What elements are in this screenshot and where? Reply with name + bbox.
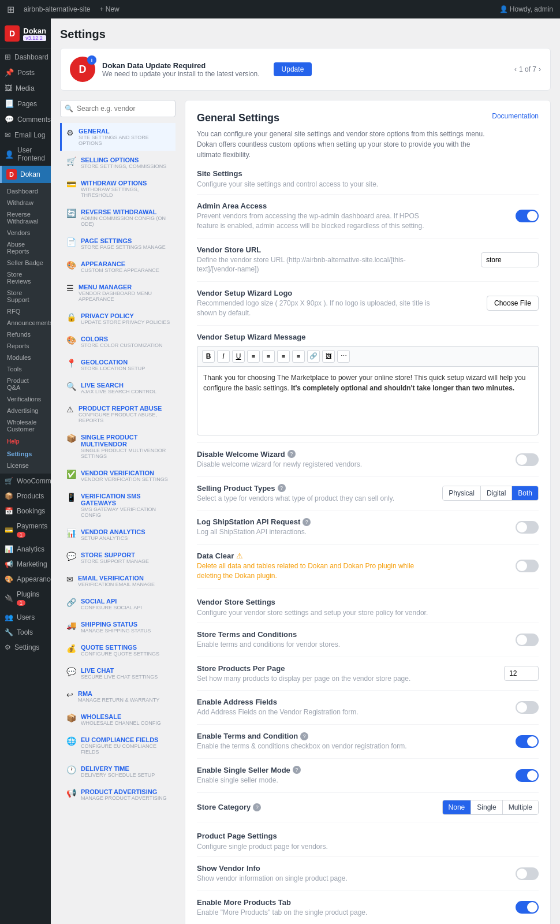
sidebar-item-plugins[interactable]: 🔌Plugins 1 — [0, 587, 51, 610]
settings-menu-shipping[interactable]: 🚚 SHIPPING STATUS MANAGE SHIPPING STATUS — [60, 616, 176, 638]
address-fields-toggle[interactable] — [516, 701, 539, 714]
editor-align-right-btn[interactable]: ≡ — [277, 350, 290, 363]
admin-area-toggle[interactable] — [516, 210, 539, 222]
settings-menu-email-verification[interactable]: ✉ EMAIL VERIFICATION VERIFICATION EMAIL … — [60, 570, 176, 592]
dokan-sub-product-qa[interactable]: Product Q&A — [0, 375, 51, 393]
single-seller-toggle[interactable] — [516, 769, 539, 782]
dokan-sub-modules[interactable]: Modules — [0, 352, 51, 363]
dokan-sub-abuse-reports[interactable]: Abuse Reports — [0, 239, 51, 257]
editor-content-area[interactable]: Thank you for choosing The Marketplace t… — [197, 366, 539, 435]
settings-menu-eu[interactable]: 🌐 EU COMPLIANCE FIELDS CONFIGURE EU COMP… — [60, 732, 176, 759]
settings-menu-store-support[interactable]: 💬 STORE SUPPORT STORE SUPPORT MANAGE — [60, 547, 176, 569]
dokan-sub-reverse-withdrawal[interactable]: Reverse Withdrawal — [0, 208, 51, 227]
chevron-right-icon[interactable]: › — [539, 65, 541, 73]
products-per-page-input[interactable] — [504, 666, 539, 681]
settings-menu-selling[interactable]: 🛒 SELLING OPTIONS STORE SETTINGS, COMMIS… — [60, 152, 176, 174]
settings-menu-appearance[interactable]: 🎨 APPEARANCE CUSTOM STORE APPEARANCE — [60, 256, 176, 278]
sidebar-item-tools[interactable]: 🔧Tools — [0, 625, 51, 640]
settings-menu-sms[interactable]: 📱 VERIFICATION SMS GATEWAYS SMS GATEWAY … — [60, 488, 176, 523]
dokan-sub-tools[interactable]: Tools — [0, 363, 51, 375]
settings-menu-general[interactable]: ⚙ GENERAL SITE SETTINGS AND STORE OPTION… — [60, 123, 176, 151]
settings-menu-menu-manager[interactable]: ☰ MENU MANAGER VENDOR DASHBOARD MENU APP… — [60, 279, 176, 307]
dokan-sub-rfq[interactable]: RFQ — [0, 305, 51, 317]
settings-menu-live-search[interactable]: 🔍 LIVE SEARCH AJAX LIVE SEARCH CONTROL — [60, 377, 176, 399]
settings-menu-product-report[interactable]: ⚠ PRODUCT REPORT ABUSE CONFIGURE PRODUCT… — [60, 400, 176, 428]
sidebar-item-woocommerce[interactable]: 🛒WooCommerce — [0, 474, 51, 489]
dokan-sub-announcements[interactable]: Announcements — [0, 317, 51, 329]
settings-menu-single-product[interactable]: 📦 SINGLE PRODUCT MULTIVENDOR SINGLE PROD… — [60, 429, 176, 464]
dokan-sub-advertising[interactable]: Advertising — [0, 405, 51, 416]
dokan-sub-verifications[interactable]: Verifications — [0, 393, 51, 405]
settings-menu-rma[interactable]: ↩ RMA MANAGE RETURN & WARRANTY — [60, 685, 176, 707]
data-clear-toggle[interactable] — [516, 560, 539, 572]
both-btn[interactable]: Both — [512, 486, 538, 500]
digital-btn[interactable]: Digital — [480, 486, 512, 500]
sidebar-item-users[interactable]: 👥Users — [0, 610, 51, 625]
sidebar-item-posts[interactable]: 📌Posts — [0, 65, 51, 80]
new-item[interactable]: + New — [99, 5, 119, 13]
settings-menu-reverse[interactable]: 🔄 REVERSE WITHDRAWAL ADMIN COMMISSION CO… — [60, 204, 176, 232]
settings-menu-withdraw[interactable]: 💳 WITHDRAW OPTIONS WITHDRAW SETTINGS, TH… — [60, 175, 176, 203]
editor-more-btn[interactable]: ⋯ — [337, 350, 350, 363]
shipstation-toggle[interactable] — [516, 521, 539, 534]
dokan-sub-withdraw[interactable]: Withdraw — [0, 197, 51, 208]
sidebar-item-marketing[interactable]: 📢Marketing — [0, 557, 51, 572]
dokan-sub-license[interactable]: License — [0, 460, 51, 471]
documentation-link[interactable]: Documentation — [492, 112, 539, 120]
settings-menu-vendor-verification[interactable]: ✅ VENDOR VERIFICATION VENDOR VERIFICATIO… — [60, 465, 176, 487]
more-products-toggle[interactable] — [516, 901, 539, 914]
sidebar-item-dashboard[interactable]: ⊞Dashboard — [0, 49, 51, 65]
dokan-sub-vendors[interactable]: Vendors — [0, 227, 51, 239]
category-single-btn[interactable]: Single — [471, 800, 502, 814]
sidebar-item-payments[interactable]: 💳Payments 1 — [0, 519, 51, 542]
editor-align-left-btn[interactable]: ≡ — [247, 350, 260, 363]
settings-menu-wholesale[interactable]: 📦 WHOLESALE WHOLESALE CHANNEL CONFIG — [60, 709, 176, 731]
site-name[interactable]: airbnb-alternative-site — [24, 5, 90, 13]
sidebar-item-settings[interactable]: ⚙Settings — [0, 640, 51, 655]
sidebar-item-dokan[interactable]: D Dokan — [0, 166, 51, 183]
terms-condition-toggle[interactable] — [516, 735, 539, 748]
wp-logo[interactable]: ⊞ — [7, 4, 14, 15]
settings-menu-page[interactable]: 📄 PAGE SETTINGS STORE PAGE SETTINGS MANA… — [60, 233, 176, 255]
dokan-sub-refunds[interactable]: Refunds — [0, 329, 51, 340]
sidebar-item-bookings[interactable]: 📅Bookings — [0, 504, 51, 519]
dokan-sub-seller-badge[interactable]: Seller Badge — [0, 257, 51, 269]
settings-menu-geolocation[interactable]: 📍 GEOLOCATION STORE LOCATION SETUP — [60, 354, 176, 376]
sidebar-item-media[interactable]: 🖼Media — [0, 80, 51, 96]
editor-align-justify-btn[interactable]: ≡ — [292, 350, 305, 363]
sidebar-item-email-log[interactable]: ✉Email Log — [0, 127, 51, 143]
choose-file-button[interactable]: Choose File — [487, 296, 539, 311]
sidebar-item-products[interactable]: 📦Products — [0, 489, 51, 504]
settings-menu-quote[interactable]: 💰 QUOTE SETTINGS CONFIGURE QUOTE SETTING… — [60, 639, 176, 661]
sidebar-item-user-frontend[interactable]: 👤User Frontend — [0, 143, 51, 166]
disable-wizard-toggle[interactable] — [516, 453, 539, 466]
settings-menu-live-chat[interactable]: 💬 LIVE CHAT SECURE LIVE CHAT SETTINGS — [60, 662, 176, 684]
settings-menu-social-api[interactable]: 🔗 SOCIAL API CONFIGURE SOCIAL API — [60, 593, 176, 615]
store-terms-toggle[interactable] — [516, 634, 539, 646]
physical-btn[interactable]: Physical — [443, 486, 480, 500]
category-none-btn[interactable]: None — [443, 800, 471, 814]
vendor-url-input[interactable] — [481, 252, 539, 267]
settings-menu-colors[interactable]: 🎨 COLORS STORE COLOR CUSTOMIZATION — [60, 331, 176, 353]
editor-bold-btn[interactable]: B — [202, 350, 215, 363]
dokan-sub-reports[interactable]: Reports — [0, 340, 51, 352]
settings-search-input[interactable] — [60, 100, 176, 117]
settings-menu-vendor-analytics[interactable]: 📊 VENDOR ANALYTICS SETUP ANALYTICS — [60, 524, 176, 546]
dokan-sub-store-support[interactable]: Store Support — [0, 287, 51, 305]
update-button[interactable]: Update — [274, 62, 312, 76]
settings-menu-product-advertising[interactable]: 📢 PRODUCT ADVERTISING MANAGE PRODUCT ADV… — [60, 784, 176, 806]
dokan-sub-settings[interactable]: Settings — [0, 448, 51, 460]
sidebar-item-comments[interactable]: 💬Comments — [0, 111, 51, 127]
settings-menu-privacy[interactable]: 🔒 PRIVACY POLICY UPDATE STORE PRIVACY PO… — [60, 308, 176, 330]
sidebar-item-appearance[interactable]: 🎨Appearance — [0, 572, 51, 587]
category-multiple-btn[interactable]: Multiple — [503, 800, 538, 814]
show-vendor-info-toggle[interactable] — [516, 867, 539, 880]
editor-link-btn[interactable]: 🔗 — [307, 350, 320, 363]
sidebar-item-analytics[interactable]: 📊Analytics — [0, 542, 51, 557]
sidebar-item-pages[interactable]: 📃Pages — [0, 96, 51, 111]
chevron-left-icon[interactable]: ‹ — [514, 65, 517, 73]
settings-menu-delivery[interactable]: 🕐 DELIVERY TIME DELIVERY SCHEDULE SETUP — [60, 761, 176, 783]
editor-underline-btn[interactable]: U — [232, 350, 245, 363]
editor-italic-btn[interactable]: I — [217, 350, 230, 363]
dokan-sub-dashboard[interactable]: Dashboard — [0, 185, 51, 197]
